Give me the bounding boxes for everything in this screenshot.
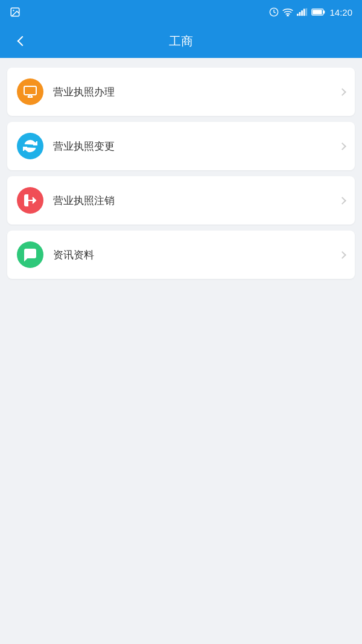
svg-rect-7 [303, 9, 305, 16]
svg-point-3 [287, 15, 288, 16]
back-arrow-icon [17, 36, 28, 46]
nav-title: 工商 [169, 33, 193, 49]
svg-rect-8 [306, 8, 308, 16]
clock-icon [269, 7, 279, 17]
chevron-right-icon-1 [338, 88, 346, 96]
menu-item-license-cancel[interactable]: 营业执照注销 [7, 176, 355, 225]
image-icon [10, 7, 21, 18]
refresh-icon [23, 139, 37, 153]
svg-rect-11 [313, 10, 322, 14]
menu-label-license-change: 营业执照变更 [53, 139, 340, 153]
svg-point-1 [13, 10, 14, 11]
status-bar-right: 14:20 [269, 7, 352, 18]
svg-rect-6 [302, 10, 303, 16]
signal-icon [297, 8, 308, 16]
icon-wrapper-license-cancel [17, 187, 43, 214]
svg-rect-4 [297, 14, 299, 16]
status-bar: 14:20 [0, 0, 362, 24]
icon-wrapper-license-apply [17, 78, 43, 105]
svg-rect-10 [323, 10, 325, 13]
status-bar-left [10, 7, 21, 18]
icon-wrapper-license-change [17, 133, 43, 159]
monitor-icon [23, 84, 37, 99]
chevron-right-icon-4 [338, 251, 346, 259]
svg-rect-12 [24, 86, 36, 95]
icon-wrapper-info [17, 241, 43, 268]
menu-label-license-apply: 营业执照办理 [53, 85, 340, 99]
status-time: 14:20 [329, 7, 352, 18]
menu-list: 营业执照办理 营业执照变更 营业执照注销 [0, 58, 362, 289]
menu-item-license-apply[interactable]: 营业执照办理 [7, 68, 355, 116]
menu-item-license-change[interactable]: 营业执照变更 [7, 122, 355, 170]
nav-bar: 工商 [0, 24, 362, 58]
exit-icon [23, 193, 37, 208]
wifi-icon [282, 8, 293, 16]
menu-label-info: 资讯资料 [53, 248, 340, 262]
svg-rect-5 [299, 12, 301, 16]
chevron-right-icon-3 [338, 197, 346, 205]
chevron-right-icon-2 [338, 142, 346, 150]
menu-label-license-cancel: 营业执照注销 [53, 194, 340, 208]
menu-item-info[interactable]: 资讯资料 [7, 231, 355, 279]
back-button[interactable] [10, 30, 31, 52]
chat-icon [23, 247, 37, 262]
battery-icon [311, 8, 326, 16]
